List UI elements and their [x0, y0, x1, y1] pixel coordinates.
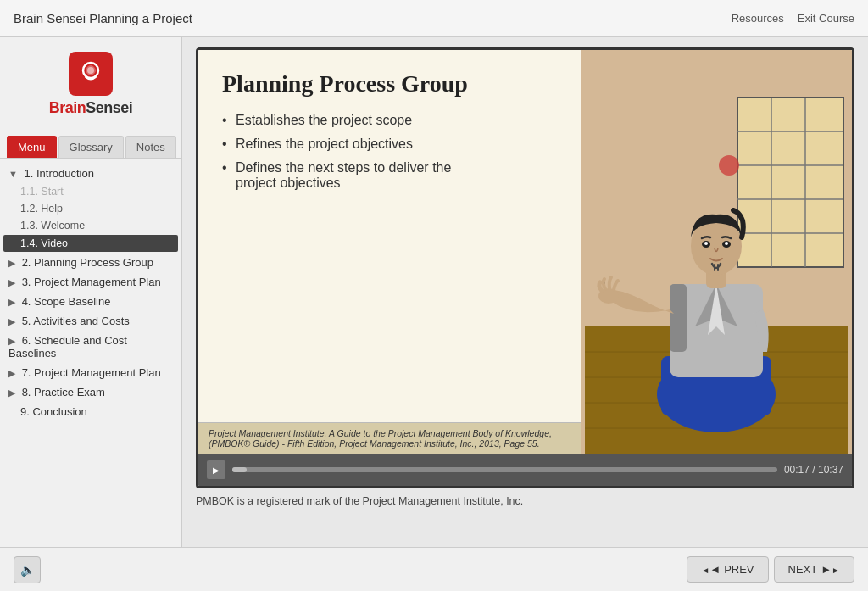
arrow-right-icon-scope: ▶ [8, 297, 15, 308]
slide-bullet-3: Defines the next steps to deliver thepro… [222, 160, 557, 191]
footer: 🔈 ◄ PREV NEXT ► [0, 547, 868, 591]
sidebar-tabs: Menu Glossary Notes [0, 131, 181, 159]
character-area [581, 50, 852, 454]
slide-content: Planning Process Group Establishes the p… [198, 50, 581, 454]
arrow-right-icon-planning: ▶ [8, 258, 15, 269]
tab-menu[interactable]: Menu [7, 136, 57, 158]
nav-buttons: ◄ PREV NEXT ► [687, 556, 854, 583]
slide-title: Planning Process Group [222, 70, 557, 98]
slide-bullet-1: Establishes the project scope [222, 113, 557, 128]
svg-point-1 [87, 67, 94, 74]
sidebar-item-activities[interactable]: ▶ 5. Activities and Costs [0, 311, 181, 331]
arrow-right-icon-activities: ▶ [8, 316, 15, 327]
next-button[interactable]: NEXT ► [774, 556, 854, 583]
tab-notes[interactable]: Notes [125, 136, 176, 158]
progress-bar[interactable] [232, 467, 777, 472]
main-layout: BrainSensei Menu Glossary Notes ▼ 1. Int… [0, 37, 868, 547]
arrow-down-icon: ▼ [8, 169, 18, 179]
next-arrow-icon: ► [821, 563, 840, 576]
arrow-right-icon-exam: ▶ [8, 387, 15, 399]
sidebar-item-welcome[interactable]: 1.3. Welcome [0, 217, 181, 234]
tab-glossary[interactable]: Glossary [58, 136, 124, 158]
volume-button[interactable]: 🔈 [14, 556, 41, 583]
resources-link[interactable]: Resources [732, 12, 784, 25]
menu-content: ▼ 1. Introduction 1.1. Start 1.2. Help 1… [0, 159, 181, 547]
slide-bullets: Establishes the project scope Refines th… [222, 113, 557, 199]
time-display: 00:17 / 10:37 [784, 464, 843, 476]
sidebar-item-conclusion[interactable]: 9. Conclusion [0, 402, 181, 421]
sidebar-item-video[interactable]: 1.4. Video [3, 235, 178, 252]
svg-rect-4 [737, 98, 843, 267]
logo-box: BrainSensei [49, 52, 133, 117]
header-title: Brain Sensei Planning a Project [14, 11, 192, 25]
character-illustration [585, 89, 848, 454]
slide-bullet-2: Refines the project objectives [222, 137, 557, 152]
video-wrapper: Planning Process Group Establishes the p… [196, 47, 854, 488]
sidebar-item-start: 1.1. Start [0, 183, 181, 200]
prev-arrow-icon: ◄ [701, 563, 721, 576]
brainsensei-logo-icon [69, 52, 113, 96]
header: Brain Sensei Planning a Project Resource… [0, 0, 868, 37]
slide-area: Planning Process Group Establishes the p… [198, 50, 852, 454]
svg-point-25 [704, 242, 708, 245]
arrow-right-icon-pm-plan2: ▶ [8, 368, 15, 379]
sidebar-item-help[interactable]: 1.2. Help [0, 200, 181, 217]
sidebar-item-pm-plan[interactable]: ▶ 3. Project Management Plan [0, 272, 181, 292]
video-controls: 00:17 / 10:37 [198, 454, 852, 486]
arrow-right-icon-pm-plan: ▶ [8, 277, 15, 288]
header-links: Resources Exit Course [732, 12, 854, 25]
progress-fill [232, 467, 247, 472]
content-area: Planning Process Group Establishes the p… [182, 37, 868, 547]
svg-point-27 [725, 242, 728, 245]
logo-text: BrainSensei [49, 99, 133, 117]
exit-course-link[interactable]: Exit Course [798, 12, 854, 25]
sidebar-item-pm-plan2[interactable]: ▶ 7. Project Management Plan [0, 363, 181, 382]
svg-rect-20 [670, 284, 687, 352]
prev-button[interactable]: ◄ PREV [687, 556, 768, 583]
arrow-right-icon-schedule: ▶ [8, 336, 15, 347]
logo-area: BrainSensei [0, 37, 181, 131]
sidebar-item-exam[interactable]: ▶ 8. Practice Exam [0, 382, 181, 402]
play-button[interactable] [207, 460, 225, 479]
sidebar-item-schedule[interactable]: ▶ 6. Schedule and Cost Baselines [0, 331, 181, 363]
sidebar: BrainSensei Menu Glossary Notes ▼ 1. Int… [0, 37, 182, 547]
svg-point-11 [719, 155, 739, 176]
caption: PMBOK is a registered mark of the Projec… [196, 488, 854, 510]
sidebar-item-planning[interactable]: ▶ 2. Planning Process Group [0, 253, 181, 272]
sidebar-item-scope[interactable]: ▶ 4. Scope Baseline [0, 292, 181, 311]
sidebar-item-introduction[interactable]: ▼ 1. Introduction [0, 164, 181, 183]
